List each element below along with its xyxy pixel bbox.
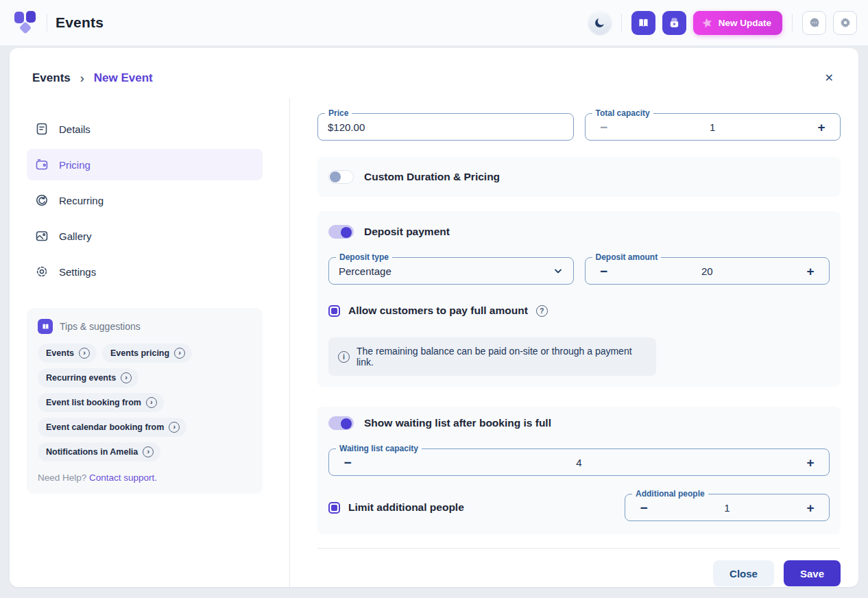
gear-icon — [839, 16, 852, 29]
tip-chip-events-pricing[interactable]: Events pricing › — [102, 344, 192, 363]
custom-duration-label: Custom Duration & Pricing — [364, 171, 500, 183]
deposit-type-value: Percentage — [339, 265, 391, 277]
image-icon — [35, 229, 49, 243]
video-tutorials-button[interactable] — [662, 11, 686, 35]
price-field[interactable]: Price — [317, 113, 574, 141]
waitlist-minus-button[interactable]: − — [339, 456, 357, 469]
divider — [621, 14, 622, 32]
pricing-form: Price Total capacity − 1 + Custom Durati… — [290, 98, 858, 587]
sidebar-item-recurring[interactable]: Recurring — [27, 184, 263, 216]
waitlist-plus-button[interactable]: + — [801, 456, 819, 469]
chevron-right-icon: › — [79, 348, 90, 359]
deposit-panel: Deposit payment Deposit type Percentage … — [317, 211, 841, 387]
price-label: Price — [325, 108, 352, 118]
video-icon — [668, 16, 681, 29]
new-update-label: New Update — [719, 18, 771, 28]
divider — [47, 14, 47, 32]
tip-chip-event-calendar-booking[interactable]: Event calendar booking from › — [38, 418, 186, 437]
gear-icon — [35, 265, 49, 278]
waiting-list-label: Show waiting list after booking is full — [364, 417, 551, 429]
chevron-right-icon: › — [146, 397, 157, 408]
event-dialog-sidebar: Details Pricing Recurr — [10, 98, 290, 587]
help-icon[interactable]: ? — [536, 305, 548, 317]
new-update-button[interactable]: New Update — [693, 11, 782, 35]
deposit-minus-button[interactable]: − — [595, 265, 613, 278]
deposit-type-select[interactable]: Deposit type Percentage — [328, 257, 574, 285]
new-event-dialog: Events › New Event ✕ Details — [10, 48, 858, 587]
chevron-right-icon: › — [143, 446, 154, 457]
breadcrumb-events[interactable]: Events — [32, 71, 71, 85]
tip-chip-recurring-events[interactable]: Recurring events › — [38, 368, 138, 387]
deposit-payment-label: Deposit payment — [364, 226, 450, 238]
capacity-value[interactable]: 1 — [613, 121, 813, 133]
wallet-icon — [35, 158, 49, 171]
sidebar-item-label: Details — [59, 123, 91, 135]
tips-panel: Tips & suggestions Events › Events prici… — [27, 308, 263, 494]
additional-people-value[interactable]: 1 — [653, 502, 801, 514]
document-icon — [35, 122, 49, 136]
info-icon: i — [338, 351, 350, 363]
top-bar: Events New Update — [0, 0, 868, 45]
chevron-down-icon — [553, 265, 564, 276]
chat-bubble-icon — [808, 16, 821, 29]
moon-icon — [594, 16, 606, 29]
deposit-payment-toggle[interactable] — [328, 225, 354, 239]
sidebar-item-pricing[interactable]: Pricing — [27, 149, 263, 180]
star-icon — [701, 17, 713, 29]
close-button[interactable]: Close — [713, 560, 774, 586]
contact-support-link[interactable]: Contact support. — [89, 473, 157, 483]
deposit-info-text: The remaining balance can be paid on-sit… — [357, 346, 647, 368]
divider — [792, 14, 793, 32]
total-capacity-stepper: Total capacity − 1 + — [585, 113, 841, 141]
sidebar-item-settings[interactable]: Settings — [27, 256, 263, 287]
deposit-plus-button[interactable]: + — [801, 265, 819, 278]
chevron-right-icon: › — [121, 372, 132, 383]
breadcrumb-new-event: New Event — [94, 71, 153, 85]
chevron-right-icon: › — [174, 348, 185, 359]
close-icon[interactable]: ✕ — [819, 69, 839, 87]
sidebar-item-label: Pricing — [59, 159, 91, 171]
dark-mode-toggle[interactable] — [588, 11, 612, 34]
documentation-button[interactable] — [631, 11, 655, 35]
chevron-right-icon: › — [80, 72, 84, 84]
additional-plus-button[interactable]: + — [801, 501, 819, 514]
waiting-list-panel: Show waiting list after booking is full … — [317, 407, 841, 534]
deposit-amount-stepper: Deposit amount − 20 + — [585, 257, 830, 285]
chevron-right-icon: › — [169, 422, 180, 433]
limit-additional-people-checkbox[interactable] — [328, 502, 340, 514]
repeat-icon — [35, 193, 49, 207]
need-help-text: Need Help? Contact support. — [38, 473, 252, 483]
waiting-list-toggle[interactable] — [328, 416, 354, 430]
breadcrumb: Events › New Event ✕ — [10, 48, 858, 98]
page-title: Events — [56, 14, 104, 31]
allow-full-amount-checkbox[interactable] — [328, 305, 340, 317]
sidebar-item-details[interactable]: Details — [27, 113, 263, 145]
allow-full-amount-label: Allow customers to pay full amount — [348, 304, 528, 317]
capacity-minus-button[interactable]: − — [595, 121, 613, 134]
custom-duration-panel: Custom Duration & Pricing — [317, 157, 841, 197]
waitlist-capacity-value[interactable]: 4 — [357, 457, 801, 468]
book-icon — [637, 16, 650, 29]
deposit-amount-value[interactable]: 20 — [613, 265, 802, 277]
save-button[interactable]: Save — [784, 560, 841, 586]
sidebar-item-label: Recurring — [59, 195, 104, 206]
deposit-info-message: i The remaining balance can be paid on-s… — [328, 337, 656, 376]
sidebar-item-label: Settings — [59, 266, 96, 278]
capacity-plus-button[interactable]: + — [812, 121, 830, 134]
tip-chip-event-list-booking[interactable]: Event list booking from › — [38, 393, 164, 412]
amelia-logo-icon — [12, 10, 38, 36]
custom-duration-toggle[interactable] — [328, 170, 354, 184]
tip-chip-events[interactable]: Events › — [38, 344, 97, 363]
waiting-list-capacity-stepper: Waiting list capacity − 4 + — [328, 449, 830, 476]
feedback-button[interactable] — [802, 11, 826, 35]
book-icon — [38, 319, 53, 334]
additional-people-stepper: Additional people − 1 + — [625, 494, 830, 521]
limit-additional-people-label: Limit additional people — [348, 501, 464, 514]
sidebar-item-gallery[interactable]: Gallery — [27, 220, 263, 252]
sidebar-item-label: Gallery — [59, 230, 92, 242]
footer-divider — [317, 548, 841, 549]
additional-minus-button[interactable]: − — [635, 501, 653, 514]
settings-button[interactable] — [833, 11, 857, 35]
tip-chip-notifications[interactable]: Notifications in Amelia › — [38, 442, 160, 462]
price-input[interactable] — [328, 121, 564, 133]
